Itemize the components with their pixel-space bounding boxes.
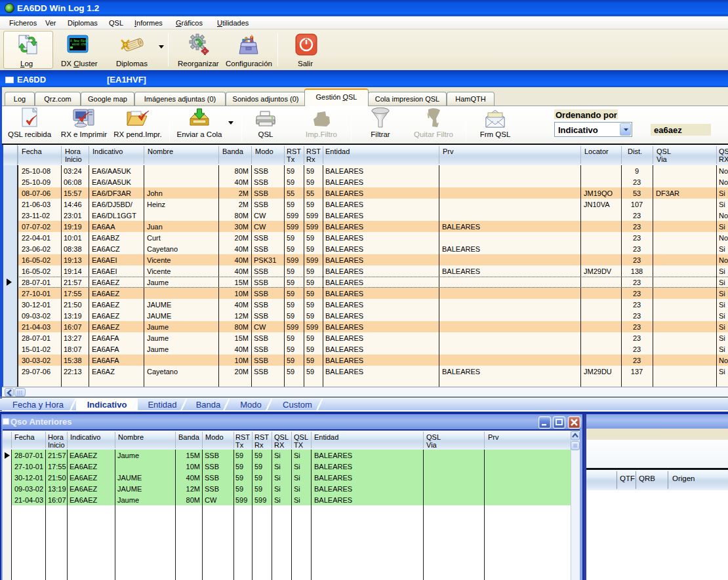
svg-text:wond chm: wond chm xyxy=(72,43,87,46)
